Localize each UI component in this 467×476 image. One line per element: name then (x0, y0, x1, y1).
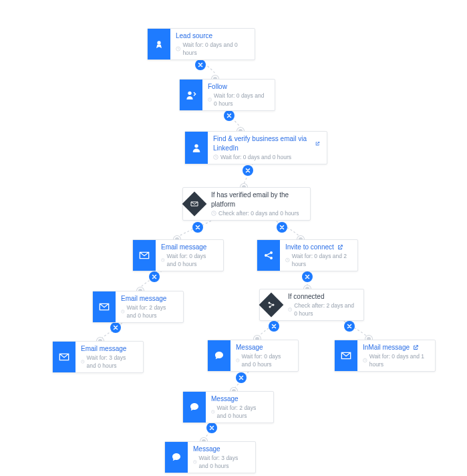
envelope-icon (335, 340, 357, 371)
clock-icon (363, 358, 367, 363)
node-message-3[interactable]: Message Wait for: 3 days and 0 hours (164, 441, 256, 473)
chat-icon (183, 392, 206, 423)
chat-icon (165, 442, 188, 473)
node-email-message-2[interactable]: Email message Wait for: 2 days and 0 hou… (92, 291, 184, 323)
node-message-1[interactable]: Message Wait for: 0 days and 0 hours (207, 340, 299, 372)
delete-edge-button[interactable] (269, 321, 279, 332)
node-subtitle: Wait for: 0 days and 0 hours (213, 153, 320, 161)
node-subtitle: Wait for: 3 days and 0 hours (193, 454, 249, 470)
node-title: Message (193, 445, 249, 454)
delete-edge-button[interactable] (344, 321, 355, 332)
clock-icon (176, 46, 180, 51)
clock-icon (285, 257, 290, 263)
node-email-message-1[interactable]: Email message Wait for: 0 days and 0 hou… (132, 239, 224, 271)
node-subtitle: Check after: 0 days and 0 hours (211, 209, 303, 217)
node-title: Message (211, 394, 267, 404)
node-title: Lead source (176, 31, 248, 41)
node-title: Email message (161, 243, 216, 252)
node-subtitle: Check after: 2 days and 0 hours (288, 302, 357, 318)
svg-point-2 (188, 92, 191, 95)
node-title: If connected (288, 292, 357, 302)
node-follow[interactable]: Follow Wait for: 0 days and 0 hours (179, 79, 275, 111)
follow-icon (180, 80, 202, 110)
node-title: Email message (81, 344, 136, 354)
clock-icon (211, 211, 216, 216)
node-subtitle: Wait for: 3 days and 0 hours (81, 354, 136, 370)
node-message-2[interactable]: Message Wait for: 2 days and 0 hours (182, 391, 274, 423)
clock-icon (161, 257, 165, 263)
node-subtitle: Wait for: 0 days and 2 hours (285, 252, 351, 268)
clock-icon (208, 97, 212, 102)
node-subtitle: Wait for: 0 days and 0 hours (236, 352, 291, 368)
node-find-verify-email[interactable]: Find & verify business email via LinkedI… (184, 131, 327, 164)
clock-icon (213, 154, 218, 160)
condition-icon (259, 293, 284, 318)
envelope-icon (133, 240, 156, 271)
clock-icon (236, 358, 240, 363)
envelope-icon (53, 342, 75, 372)
clock-icon (121, 309, 125, 314)
node-condition-verified-email[interactable]: If has verified email by the platform Ch… (182, 187, 311, 221)
delete-edge-button[interactable] (192, 222, 203, 233)
delete-edge-button[interactable] (236, 372, 247, 383)
node-invite-connect[interactable]: Invite to connect Wait for: 0 days and 2… (257, 239, 358, 271)
node-title: If has verified email by the platform (211, 191, 303, 209)
node-email-message-3[interactable]: Email message Wait for: 3 days and 0 hou… (52, 341, 144, 373)
delete-edge-button[interactable] (277, 222, 287, 233)
external-link-icon[interactable] (337, 244, 343, 251)
external-link-icon[interactable] (315, 140, 320, 147)
delete-edge-button[interactable] (149, 271, 160, 282)
node-subtitle: Wait for: 0 days and 0 hours (208, 92, 268, 108)
flow-canvas: Lead source Wait for: 0 days and 0 hours… (0, 0, 467, 476)
node-subtitle: Wait for: 2 days and 0 hours (211, 404, 267, 420)
condition-icon (182, 192, 207, 217)
svg-point-4 (194, 144, 198, 148)
clock-icon (288, 307, 292, 312)
svg-point-0 (157, 41, 160, 44)
clock-icon (193, 459, 197, 465)
node-title: Find & verify business email via LinkedI… (213, 134, 320, 153)
delete-edge-button[interactable] (110, 322, 121, 333)
person-icon (185, 132, 208, 164)
node-title: Follow (208, 82, 268, 92)
node-lead-source[interactable]: Lead source Wait for: 0 days and 0 hours (147, 28, 255, 60)
node-inmail-message[interactable]: InMail message Wait for: 0 days and 1 ho… (334, 340, 436, 372)
node-subtitle: Wait for: 0 days and 0 hours (161, 252, 216, 268)
node-subtitle: Wait for: 2 days and 0 hours (121, 304, 176, 320)
node-title: InMail message (363, 343, 428, 352)
badge-icon (148, 29, 170, 60)
clock-icon (81, 359, 85, 364)
node-subtitle: Wait for: 0 days and 1 hours (363, 352, 428, 368)
delete-edge-button[interactable] (302, 271, 313, 282)
delete-edge-button[interactable] (206, 423, 217, 433)
chat-icon (208, 340, 230, 371)
clock-icon (211, 409, 215, 414)
node-title: Email message (121, 294, 176, 304)
node-title: Invite to connect (285, 243, 351, 252)
delete-edge-button[interactable] (195, 60, 206, 70)
envelope-icon (93, 291, 116, 322)
node-subtitle: Wait for: 0 days and 0 hours (176, 41, 248, 57)
node-condition-connected[interactable]: If connected Check after: 2 days and 0 h… (259, 289, 364, 321)
external-link-icon[interactable] (412, 344, 419, 351)
node-title: Message (236, 343, 291, 352)
delete-edge-button[interactable] (224, 110, 235, 121)
delete-edge-button[interactable] (243, 165, 253, 176)
share-icon (257, 240, 280, 271)
